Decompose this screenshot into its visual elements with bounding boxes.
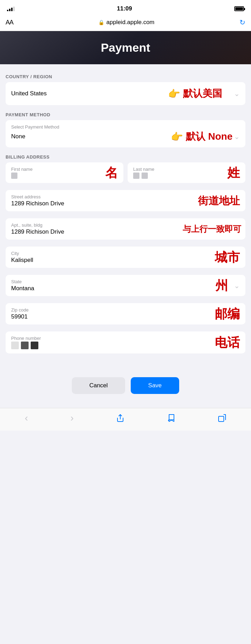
page-title: Payment (7, 41, 244, 54)
status-bar: 11:09 (0, 0, 251, 15)
phone-block-3 (31, 342, 38, 349)
tabs-button[interactable] (218, 414, 226, 422)
placeholder-block-2 (133, 173, 139, 179)
phone-field[interactable]: Phone number 电话 (6, 331, 245, 353)
name-row: First name 名 Last name 姓 (6, 162, 245, 183)
lock-icon: 🔒 (98, 20, 104, 25)
billing-address-label: BILLING ADDRESS (6, 154, 245, 160)
reload-icon[interactable]: ↻ (239, 18, 245, 27)
browser-aa[interactable]: AA (6, 19, 13, 26)
city-value: Kalispell (11, 257, 240, 264)
zip-code-label: Zip code (11, 307, 240, 313)
phone-card[interactable]: Phone number 电话 (6, 331, 245, 353)
payment-sublabel: Select Payment Method (11, 124, 240, 130)
forward-button[interactable]: › (70, 412, 74, 424)
pointing-hand-payment: 👉 (171, 131, 183, 142)
last-name-blocks (133, 173, 240, 179)
street-address-annotation: 街道地址 (198, 193, 240, 208)
state-label: State (11, 279, 240, 284)
apt-suite-card[interactable]: Apt., suite, bldg 1289 Richison Drive 与上… (6, 218, 245, 240)
svg-rect-1 (219, 416, 224, 422)
country-region-label: COUNTRY / REGION (6, 74, 245, 79)
zip-code-card[interactable]: Zip code 59901 邮编 (6, 303, 245, 324)
last-name-card[interactable]: Last name 姓 (128, 162, 245, 183)
status-time: 11:09 (117, 5, 132, 12)
payment-method-select[interactable]: Select Payment Method None 👉 默认 None ⌄ (6, 120, 245, 147)
state-card[interactable]: State Montana 州 ⌄ (6, 275, 245, 296)
city-annotation: 城市 (215, 249, 240, 266)
zip-code-value: 59901 (11, 313, 240, 320)
placeholder-block-1 (11, 173, 17, 179)
back-button[interactable]: ‹ (25, 412, 28, 424)
last-name-annotation: 姓 (227, 164, 240, 181)
phone-block-2 (21, 342, 29, 349)
pointing-hand-country: 👉 (168, 88, 180, 100)
last-name-label: Last name (133, 167, 240, 172)
bookmarks-button[interactable] (167, 414, 175, 422)
browser-nav: ‹ › (0, 408, 251, 431)
country-value: United States (11, 90, 47, 97)
battery-fill (235, 7, 243, 10)
first-name-field[interactable]: First name 名 (6, 162, 123, 183)
payment-annotation: 默认 None (186, 130, 233, 143)
share-button[interactable] (116, 414, 124, 422)
zip-code-field[interactable]: Zip code 59901 邮编 (6, 303, 245, 324)
country-region-select[interactable]: United States 👉 默认美国 ⌄ (6, 82, 245, 105)
apt-suite-annotation: 与上行一致即可 (183, 224, 241, 235)
bottom-buttons: Cancel Save (0, 369, 251, 408)
payment-value: None (11, 133, 25, 140)
first-name-card[interactable]: First name 名 (6, 162, 123, 183)
status-right (234, 6, 244, 11)
placeholder-block-3 (142, 173, 148, 179)
country-annotation: 默认美国 (183, 87, 222, 100)
street-address-card[interactable]: Street address 1289 Richison Drive 街道地址 (6, 190, 245, 211)
page-header: Payment (0, 31, 251, 64)
payment-method-label: PAYMENT METHOD (6, 112, 245, 117)
browser-bar: AA 🔒 appleid.apple.com ↻ (0, 15, 251, 31)
state-annotation: 州 (215, 277, 228, 294)
first-name-blocks (11, 173, 118, 179)
city-field[interactable]: City Kalispell 城市 (6, 247, 245, 268)
signal-bars (7, 6, 15, 11)
status-left (7, 6, 15, 11)
country-chevron: ⌄ (234, 89, 240, 98)
city-label: City (11, 251, 240, 256)
street-address-field[interactable]: Street address 1289 Richison Drive 街道地址 (6, 190, 245, 211)
state-value: Montana (11, 285, 240, 292)
apt-suite-field[interactable]: Apt., suite, bldg 1289 Richison Drive 与上… (6, 218, 245, 240)
zip-code-annotation: 邮编 (215, 305, 240, 322)
phone-label: Phone number (11, 336, 240, 341)
main-content: COUNTRY / REGION United States 👉 默认美国 ⌄ … (0, 64, 251, 369)
first-name-annotation: 名 (105, 164, 118, 181)
state-chevron: ⌄ (234, 281, 240, 290)
save-button[interactable]: Save (131, 377, 179, 394)
phone-annotation: 电话 (215, 334, 240, 351)
battery-icon (234, 6, 244, 11)
last-name-field[interactable]: Last name 姓 (128, 162, 245, 183)
state-field[interactable]: State Montana 州 ⌄ (6, 275, 245, 296)
browser-url-bar[interactable]: 🔒 appleid.apple.com (98, 19, 154, 26)
cancel-button[interactable]: Cancel (72, 377, 125, 394)
city-card[interactable]: City Kalispell 城市 (6, 247, 245, 268)
payment-chevron: ⌄ (234, 132, 240, 141)
phone-blocks (11, 342, 240, 349)
phone-block-1 (11, 342, 19, 349)
first-name-label: First name (11, 167, 118, 172)
url-text: appleid.apple.com (106, 19, 154, 26)
